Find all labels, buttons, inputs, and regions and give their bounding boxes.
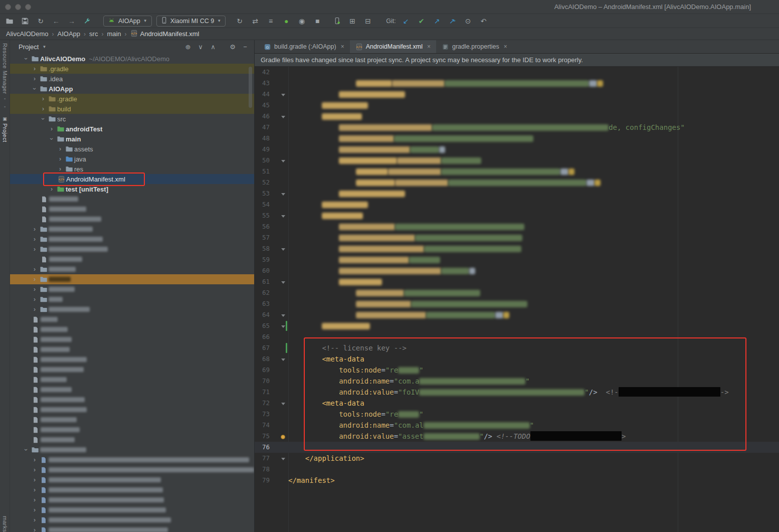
tree-item[interactable] [10, 354, 254, 365]
chevron-right-icon[interactable]: › [31, 75, 39, 82]
code-line-57[interactable]: 57 [255, 232, 779, 243]
tree-item-androidmanifest-xml[interactable]: </>AndroidManifest.xml [10, 174, 254, 184]
tree-item[interactable]: › [10, 515, 254, 525]
open-folder-icon[interactable] [4, 16, 15, 27]
stripe-tool-icon[interactable]: ▫ [4, 104, 6, 109]
tree-item[interactable]: › [10, 445, 254, 455]
chevron-right-icon[interactable]: › [56, 165, 64, 172]
code-line-48[interactable]: 48 [255, 133, 779, 144]
tree-item[interactable]: › [10, 455, 254, 465]
git-commit-icon[interactable]: ✔ [416, 16, 427, 27]
collapse-all-icon[interactable]: ∧ [209, 43, 218, 51]
code-line-55[interactable]: 55 [255, 210, 779, 221]
line-number[interactable]: 64 [255, 309, 270, 320]
select-opened-file-icon[interactable]: ⊕ [183, 43, 192, 51]
line-number[interactable]: 66 [255, 331, 270, 342]
line-number[interactable]: 68 [255, 353, 270, 365]
chevron-right-icon[interactable]: › [31, 476, 39, 483]
tree-item[interactable]: › [10, 284, 254, 294]
chevron-right-icon[interactable]: › [39, 105, 47, 112]
code-line-54[interactable]: 54 [255, 199, 779, 210]
save-all-icon[interactable] [20, 16, 31, 27]
tree-item-alivcaiodemo[interactable]: ›AlivcAIODemo~/AIODEMO/AlivcAIODemo [10, 54, 254, 64]
git-history-icon[interactable]: ⊙ [463, 16, 474, 27]
line-number[interactable]: 65 [255, 320, 270, 331]
code-line-68[interactable]: 68<meta-data [255, 353, 779, 365]
layout-inspector-icon[interactable]: ⊞ [347, 16, 358, 27]
forward-icon[interactable]: → [66, 16, 77, 27]
tree-scrollbar[interactable] [249, 67, 252, 108]
intention-bulb-icon[interactable] [270, 431, 288, 442]
line-number[interactable]: 52 [255, 177, 270, 188]
chevron-right-icon[interactable]: › [31, 526, 39, 532]
chevron-right-icon[interactable]: › [31, 306, 39, 313]
chevron-right-icon[interactable]: › [31, 456, 39, 463]
tree-item[interactable] [10, 334, 254, 344]
stripe-tool-icon[interactable]: ▫ [4, 96, 6, 101]
breadcrumb-item-aioapp[interactable]: AIOApp [58, 30, 81, 38]
build-menu-icon[interactable]: ≡ [265, 16, 276, 27]
code-line-45[interactable]: 45 [255, 100, 779, 111]
tree-item[interactable]: › [10, 485, 254, 495]
tree-item[interactable]: › [10, 465, 254, 475]
fold-marker-icon[interactable] [270, 398, 288, 409]
chevron-right-icon[interactable]: › [56, 145, 64, 152]
tree-item[interactable] [10, 214, 254, 224]
tree-item[interactable]: › [10, 224, 254, 234]
tree-item[interactable] [10, 425, 254, 435]
chevron-down-icon[interactable]: › [23, 446, 30, 454]
code-line-56[interactable]: 56 [255, 221, 779, 232]
project-stripe-button[interactable]: ▣ Project [2, 116, 8, 142]
tree-item[interactable] [10, 324, 254, 334]
run-config-selector[interactable]: AIOApp ▼ [103, 16, 152, 27]
back-icon[interactable]: ← [51, 16, 62, 27]
gradle-sync-icon[interactable]: ↻ [234, 16, 245, 27]
tree-item[interactable]: › [10, 244, 254, 254]
fold-marker-icon[interactable] [270, 309, 288, 320]
chevron-right-icon[interactable]: › [31, 65, 39, 72]
tree-item[interactable]: › [10, 525, 254, 532]
git-rollback-icon[interactable]: ↶ [478, 16, 489, 27]
line-number[interactable]: 48 [255, 133, 270, 144]
close-tab-icon[interactable]: × [341, 43, 344, 50]
hide-panel-icon[interactable]: − [241, 43, 250, 51]
tree-item[interactable] [10, 365, 254, 375]
sync-icon[interactable]: ↻ [35, 16, 46, 27]
line-number[interactable]: 60 [255, 265, 270, 276]
line-number[interactable]: 53 [255, 188, 270, 199]
code-area[interactable]: 424344454647de, configChanges"4849505152… [255, 67, 779, 532]
line-number[interactable]: 54 [255, 199, 270, 210]
line-number[interactable]: 76 [255, 442, 270, 453]
line-number[interactable]: 49 [255, 144, 270, 155]
line-number[interactable]: 55 [255, 210, 270, 221]
line-number[interactable]: 63 [255, 298, 270, 309]
chevron-right-icon[interactable]: › [31, 246, 39, 253]
git-push-icon[interactable]: ↗ [432, 16, 443, 27]
breadcrumb-item-src[interactable]: src [89, 30, 98, 38]
tree-item[interactable]: › [10, 264, 254, 274]
tree-item-gradle[interactable]: ›.gradle [10, 94, 254, 104]
tree-item-res[interactable]: ›res [10, 164, 254, 174]
code-line-71[interactable]: 71android:value="foIV"/> <!--> [255, 387, 779, 398]
chevron-right-icon[interactable]: › [31, 236, 39, 243]
code-line-72[interactable]: 72<meta-data [255, 398, 779, 409]
tree-item[interactable] [10, 405, 254, 415]
tree-item-test-unittest[interactable]: ›test [unitTest] [10, 184, 254, 194]
fold-marker-icon[interactable] [270, 243, 288, 254]
chevron-right-icon[interactable]: › [48, 125, 56, 132]
close-tab-icon[interactable]: × [427, 43, 431, 50]
line-number[interactable]: 47 [255, 122, 270, 133]
chevron-right-icon[interactable]: › [31, 486, 39, 493]
device-manager-icon[interactable] [331, 16, 342, 27]
debug-icon[interactable]: ● [281, 16, 292, 27]
line-number[interactable]: 43 [255, 78, 270, 89]
fold-marker-icon[interactable] [270, 155, 288, 166]
code-line-49[interactable]: 49 [255, 144, 779, 155]
tree-item[interactable]: › [10, 304, 254, 314]
code-line-42[interactable]: 42 [255, 67, 779, 78]
project-panel-title[interactable]: Project [19, 43, 39, 51]
line-number[interactable]: 58 [255, 243, 270, 254]
code-line-44[interactable]: 44 [255, 89, 779, 100]
git-patch-icon[interactable]: ↗+ [447, 16, 458, 27]
line-number[interactable]: 73 [255, 409, 270, 420]
